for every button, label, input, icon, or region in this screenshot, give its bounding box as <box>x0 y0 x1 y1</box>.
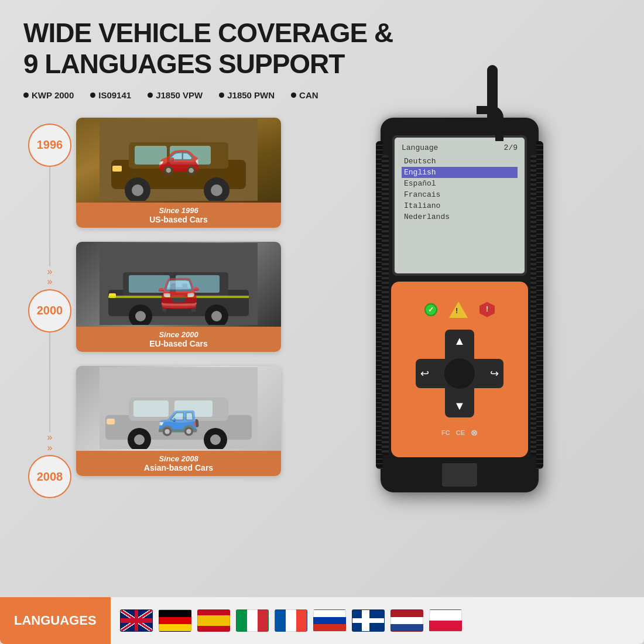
screen-title: Language <box>402 143 438 152</box>
flag-fr <box>275 609 307 632</box>
timeline-section: 1996 »» 2000 »» 2008 <box>23 118 281 545</box>
timeline-years: 1996 »» 2000 »» 2008 <box>23 118 76 545</box>
warning-icon: ! <box>455 306 458 315</box>
flag-it <box>236 609 269 632</box>
car-image-1996 <box>76 118 281 203</box>
flags-row <box>111 609 644 632</box>
screen-container: Language 2/9 Deutsch English Español Fra… <box>392 135 527 276</box>
page-container: WIDE VEHICLE COVERAGE & 9 LANGUAGES SUPP… <box>0 0 644 644</box>
rohs-label: ⊗ <box>471 428 478 437</box>
status-indicators: ! ! <box>424 302 495 318</box>
button-panel: ! ! <box>391 282 528 457</box>
flag-ru <box>313 609 346 632</box>
svg-rect-9 <box>112 166 122 172</box>
dpad-enter-arrow[interactable]: ↪ <box>490 367 499 380</box>
screen-header: Language 2/9 <box>402 143 518 152</box>
bullet-icon <box>90 93 95 98</box>
obd-device: Language 2/9 Deutsch English Español Fra… <box>381 118 539 492</box>
svg-rect-4 <box>170 146 211 165</box>
screen-item-3: Francais <box>402 189 518 200</box>
device-screen: Language 2/9 Deutsch English Español Fra… <box>395 138 525 273</box>
svg-rect-3 <box>135 146 167 165</box>
header: WIDE VEHICLE COVERAGE & 9 LANGUAGES SUPP… <box>23 18 621 100</box>
flag-de <box>159 609 191 632</box>
car-card-2008: Since 2008 Asian-based Cars <box>76 366 281 476</box>
car-svg-2008 <box>100 367 258 449</box>
fcc-label: FC <box>441 429 450 436</box>
flag-pl <box>429 609 462 632</box>
svg-point-6 <box>132 184 143 196</box>
svg-rect-20 <box>108 296 249 298</box>
dpad-back-arrow[interactable]: ↩ <box>420 367 429 380</box>
svg-point-8 <box>211 184 222 196</box>
car-card-label-1996: Since 1996 US-based Cars <box>76 203 281 228</box>
screen-item-5: Nederlands <box>402 211 518 222</box>
protocol-j1850vpw: J1850 VPW <box>148 90 203 100</box>
protocols-row: KWP 2000 IS09141 J1850 VPW J1850 PWN CAN <box>23 90 621 100</box>
status-green <box>424 303 437 316</box>
svg-rect-13 <box>129 275 170 293</box>
car-image-2000 <box>76 242 281 327</box>
car-image-2008 <box>76 366 281 451</box>
car-card-label-2000: Since 2000 EU-based Cars <box>76 327 281 352</box>
flag-nl <box>390 609 423 632</box>
screen-item-1-selected: English <box>402 167 518 178</box>
main-content: 1996 »» 2000 »» 2008 <box>23 118 621 545</box>
protocol-j1850pwn: J1850 PWN <box>219 90 275 100</box>
error-icon: ! <box>486 305 488 313</box>
screen-item-4: Italiano <box>402 200 518 211</box>
device-wrapper: Language 2/9 Deutsch English Español Fra… <box>369 118 550 527</box>
svg-rect-30 <box>107 419 115 424</box>
bullet-icon <box>23 93 29 98</box>
bullet-icon <box>148 93 153 98</box>
dpad-up-arrow[interactable]: ▲ <box>454 334 465 348</box>
language-bar: LANGUAGES <box>0 597 644 644</box>
dpad: ▲ ▼ ↩ ↪ <box>416 330 503 417</box>
cable-container <box>474 65 503 141</box>
screen-item-0: Deutsch <box>402 156 518 167</box>
bullet-icon <box>219 93 224 98</box>
protocol-kwp2000: KWP 2000 <box>23 90 74 100</box>
car-svg-1996 <box>100 119 258 201</box>
flag-fi <box>352 609 385 632</box>
svg-rect-24 <box>133 400 169 417</box>
bottom-connector <box>442 463 477 487</box>
svg-rect-22 <box>105 415 252 440</box>
cards-column: Since 1996 US-based Cars <box>76 118 281 545</box>
flag-es <box>197 609 230 632</box>
car-card-label-2008: Since 2008 Asian-based Cars <box>76 451 281 476</box>
svg-point-16 <box>135 311 146 321</box>
svg-point-29 <box>210 434 221 445</box>
year-badge-1996: 1996 <box>28 124 71 167</box>
device-section: Language 2/9 Deutsch English Español Fra… <box>299 118 621 545</box>
year-badge-2008: 2008 <box>28 455 71 498</box>
protocol-iso9141: IS09141 <box>90 90 131 100</box>
svg-rect-14 <box>176 275 220 293</box>
timeline-inner: 1996 »» 2000 »» 2008 <box>23 118 281 545</box>
page-title: WIDE VEHICLE COVERAGE & 9 LANGUAGES SUPP… <box>23 18 621 80</box>
cert-logos: FC CE ⊗ <box>441 428 478 437</box>
car-card-1996: Since 1996 US-based Cars <box>76 118 281 228</box>
car-card-2000: Since 2000 EU-based Cars <box>76 242 281 352</box>
screen-page: 2/9 <box>504 143 518 152</box>
device-texture-left <box>382 155 389 455</box>
ce-label: CE <box>456 429 465 436</box>
protocol-can: CAN <box>291 90 318 100</box>
languages-badge: LANGUAGES <box>0 597 111 644</box>
device-texture-right <box>530 155 537 455</box>
year-badge-2000: 2000 <box>28 289 71 333</box>
car-svg-2000 <box>100 243 258 325</box>
flag-uk <box>120 609 153 632</box>
svg-point-18 <box>211 311 222 321</box>
screen-item-2: Español <box>402 178 518 189</box>
svg-point-27 <box>134 434 145 445</box>
svg-rect-25 <box>174 400 213 417</box>
bullet-icon <box>291 93 296 98</box>
dpad-down-arrow[interactable]: ▼ <box>454 399 465 413</box>
